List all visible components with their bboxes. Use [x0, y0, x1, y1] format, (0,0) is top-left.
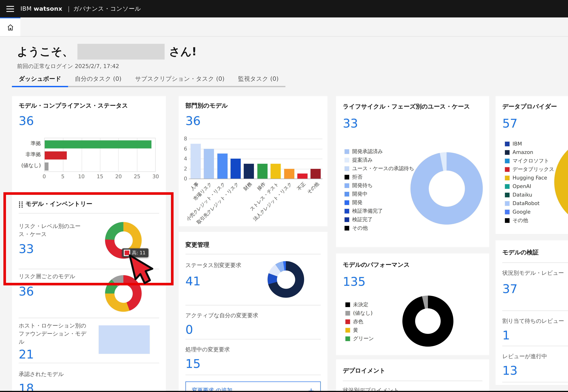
add-change-request-button[interactable]: 変更要求 の追加 + — [185, 381, 321, 392]
legend-swatch — [505, 192, 510, 197]
legend-label: 検証完了 — [352, 216, 373, 223]
tab-monitoring-tasks[interactable]: 監視タスク (0) — [231, 72, 286, 87]
legend-swatch — [345, 311, 350, 315]
tab-my-tasks[interactable]: 自分のタスク (0) — [68, 72, 128, 87]
bar[interactable] — [244, 164, 254, 179]
legend-swatch — [345, 302, 350, 307]
brand-watsonx: watsonx — [34, 5, 62, 12]
department-column-chart[interactable]: 02468 人事市場リスク小売クレジット・リスク取引先クレジット・リスク財務操作… — [182, 139, 322, 224]
legend-label: 検証準備完了 — [352, 207, 383, 215]
change-requests-count: 41 — [185, 274, 200, 288]
x-category-label: 不正 — [296, 181, 307, 192]
bar[interactable] — [204, 149, 214, 179]
screen-bottom-edge — [0, 391, 568, 392]
y-tick-label: 6 — [184, 146, 187, 152]
bar[interactable] — [45, 162, 48, 170]
legend-swatch — [345, 192, 349, 196]
x-tick-label: 30 — [152, 174, 159, 180]
legend-label: Hugging Face — [513, 175, 547, 181]
legend-item: マイクロソフト — [505, 156, 554, 165]
card-title: 変更管理 — [185, 241, 209, 249]
section-label: アクティブな自分の変更要求 — [185, 312, 288, 320]
card-title: モデルのパフォーマンス — [343, 261, 410, 269]
data-providers-pie-chart[interactable] — [554, 137, 568, 227]
awaiting-assignment-count: 1 — [502, 328, 510, 342]
legend-item: Google — [505, 208, 554, 216]
tab-subscription-tasks[interactable]: サブスクリプション・タスク (0) — [128, 72, 231, 87]
bar-row — [45, 150, 155, 161]
y-tick-label: 2 — [184, 166, 187, 171]
x-category-label: 人事 — [189, 181, 200, 192]
bar[interactable] — [231, 159, 241, 179]
section-label: レビューが進行中 — [502, 353, 568, 361]
legend-swatch — [345, 319, 350, 324]
app-title: IBM watsonx |ガバナンス・コンソール — [20, 5, 141, 13]
legend-swatch — [345, 328, 350, 332]
annotation-cursor-arrow — [128, 254, 153, 284]
top-header: IBM watsonx |ガバナンス・コンソール — [0, 0, 568, 17]
section-label: ホスト・ロケーション別のファウンデーション・モデル — [19, 322, 92, 346]
legend-item: 開発承認済み — [345, 147, 414, 156]
bar[interactable] — [217, 154, 227, 179]
y-tick-label: 8 — [184, 136, 187, 141]
bar[interactable] — [45, 140, 152, 148]
legend-item: 検証準備完了 — [345, 207, 414, 215]
bar[interactable] — [284, 169, 294, 179]
x-tick-label: 10 — [78, 174, 85, 180]
section-label: 割り当て待ちのレビュー — [502, 317, 568, 325]
card-title: 部門別のモデル — [185, 102, 228, 110]
risk-tier-models-count: 36 — [19, 284, 34, 299]
legend-swatch — [345, 183, 349, 188]
bar-category-label: 非準拠 — [18, 149, 44, 160]
bar[interactable] — [297, 174, 307, 179]
change-status-donut-chart[interactable] — [267, 261, 304, 298]
legend-swatch — [505, 150, 510, 154]
tab-dashboard[interactable]: ダッシュボード — [12, 72, 68, 87]
x-category-label: その他 — [306, 181, 320, 195]
model-reviews-count: 37 — [502, 282, 517, 296]
legend-label: 開発承認済み — [352, 148, 383, 155]
legend-label: データブリックス — [513, 166, 554, 173]
lifecycle-donut-chart[interactable] — [410, 152, 483, 224]
bar-row — [45, 139, 155, 150]
legend-item: 検証完了 — [345, 215, 414, 224]
legend-item: OpenAI — [505, 182, 554, 191]
bar[interactable] — [257, 164, 267, 179]
compliance-bar-chart[interactable]: 準拠非準拠(値なし) 051015202530 — [18, 138, 156, 180]
section-label: リスク層ごとのモデル — [19, 273, 104, 281]
card-title: ライフサイクル・フェーズ別のユース・ケース — [343, 103, 470, 111]
last-login-text: 前回の正常なログイン 2025/2/7, 17:42 — [17, 62, 197, 70]
legend-label: 赤色 — [353, 318, 363, 325]
bar[interactable] — [271, 164, 281, 179]
bar[interactable] — [45, 151, 67, 159]
x-tick-label: 20 — [115, 174, 122, 180]
legend-item: 黄 — [345, 326, 374, 334]
legend-item: 拒否 — [345, 173, 414, 181]
performance-donut-chart[interactable] — [402, 295, 453, 347]
bar[interactable] — [311, 169, 321, 179]
data-providers-count: 57 — [502, 116, 517, 131]
card-models-by-department: 部門別のモデル 36 02468 人事市場リスク小売クレジット・リスク取引先クレ… — [179, 96, 328, 226]
x-tick-label: 5 — [61, 174, 65, 180]
approved-models-count: 18 — [19, 381, 34, 392]
card-deployments: デプロイメント 状況別デプロイメント — [336, 359, 489, 392]
x-tick-label: 0 — [42, 174, 46, 180]
home-tab[interactable] — [0, 17, 20, 36]
redacted-user-name — [78, 44, 165, 60]
bar[interactable] — [190, 144, 201, 179]
greeting-prefix: ようこそ、 — [17, 44, 73, 59]
hamburger-menu-icon[interactable] — [0, 0, 20, 17]
legend-swatch — [505, 218, 510, 223]
legend-item: DataRobot — [505, 199, 554, 208]
legend-item: 赤色 — [345, 317, 374, 326]
card-title: データプロバイダー — [502, 103, 557, 111]
foundation-models-treemap[interactable] — [99, 325, 150, 354]
card-change-management: 変更管理 ステータス別変更要求 41 アクティブな自分の変更要求 0 処理中の変… — [179, 232, 328, 392]
legend-swatch — [505, 141, 510, 146]
legend-item: ユース・ケースの承認待ち — [345, 164, 414, 173]
legend-swatch — [345, 200, 349, 205]
performance-legend: 未決定(値なし)赤色黄グリーン — [345, 300, 374, 343]
legend-item: Amazon — [505, 148, 554, 156]
legend-item: IBM — [505, 140, 554, 148]
drag-handle-icon[interactable] — [19, 201, 23, 208]
